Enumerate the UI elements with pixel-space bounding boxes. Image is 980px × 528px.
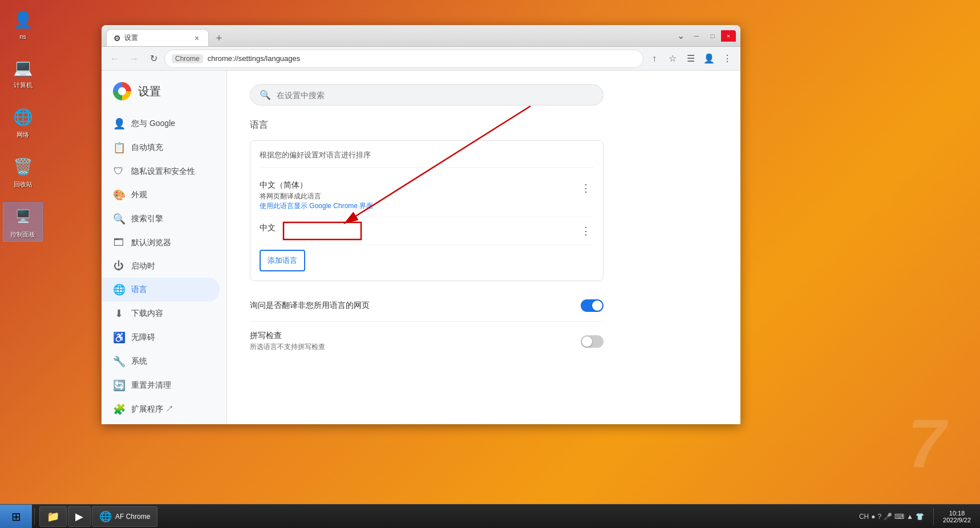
maximize-button[interactable]: □ (705, 30, 720, 42)
reload-button[interactable]: ↻ (145, 50, 162, 67)
lang-menu-button-simplified[interactable]: ⋮ (578, 180, 594, 196)
taskbar-item-explorer[interactable]: 📁 (39, 506, 67, 527)
sidebar-item-about[interactable]: ℹ 关于 Chrome (102, 421, 226, 424)
taskbar-separator (34, 508, 35, 525)
minimize-button[interactable]: ─ (689, 30, 704, 42)
taskbar-item-chrome[interactable]: 🌐 AF Chrome (92, 506, 157, 527)
new-tab-button[interactable]: + (211, 30, 227, 46)
sidebar-item-google[interactable]: 👤 您与 Google (102, 112, 226, 136)
tray-sep (933, 508, 934, 525)
desktop-icon-network[interactable]: 🌐 网络 (3, 103, 43, 141)
tab-title: 设置 (124, 33, 189, 43)
explorer-icon: 📁 (47, 510, 59, 523)
taskbar-item-media[interactable]: ▶ (68, 506, 91, 527)
sidebar-label-downloads: 下载内容 (131, 308, 163, 319)
sidebar-item-downloads[interactable]: ⬇ 下载内容 (102, 302, 226, 326)
reader-mode-button[interactable]: ☰ (682, 50, 699, 67)
bookmark-button[interactable]: ☆ (664, 50, 681, 67)
close-button[interactable]: × (721, 30, 736, 42)
clock-time: 10:18 (949, 510, 965, 517)
language-icon: 🌐 (113, 283, 124, 296)
spell-toggle[interactable] (581, 335, 604, 348)
download-icon: ⬇ (113, 307, 124, 320)
lang-info-chinese: 中文 (260, 223, 578, 234)
sidebar-item-privacy[interactable]: 🛡 隐私设置和安全性 (102, 160, 226, 183)
desktop-icon-control[interactable]: 🖥️ 控制面板 (3, 202, 43, 242)
desktop-icons: 👤 ns 💻 计算机 🌐 网络 🗑️ 回收站 🖥️ 控制面板 (0, 0, 46, 247)
title-bar: ⚙ 设置 × + ⌄ ─ □ × (102, 25, 740, 47)
share-button[interactable]: ↑ (646, 50, 663, 67)
sidebar-item-default-browser[interactable]: 🗔 默认浏览器 (102, 231, 226, 254)
desktop-icon-label-ns: ns (19, 33, 26, 40)
sidebar-label-autofill: 自动填充 (131, 143, 163, 153)
taskbar: ⊞ 📁 ▶ 🌐 AF Chrome CH ● ? 🎤 ⌨ ▲ 👕 10:18 2… (0, 504, 980, 528)
url-display: chrome://settings/languages (208, 54, 636, 63)
lang-entry-chinese: 中文 ⋮ (260, 217, 594, 245)
back-button[interactable]: ← (106, 50, 123, 67)
sidebar-item-reset[interactable]: 🔄 重置并清理 (102, 373, 226, 397)
sidebar-item-system[interactable]: 🔧 系统 (102, 350, 226, 373)
lang-hint-display: 使用此语言显示 Google Chrome 界面 (260, 201, 578, 211)
translate-setting-row: 询问是否翻译非您所用语言的网页 (250, 290, 604, 322)
nav-actions: ↑ ☆ ☰ 👤 ⋮ (646, 50, 736, 67)
navigation-bar: ← → ↻ Chrome chrome://settings/languages… (102, 47, 740, 71)
user-icon: 👤 (11, 8, 34, 31)
translate-toggle[interactable] (581, 299, 604, 312)
add-language-button[interactable]: 添加语言 (260, 250, 305, 271)
settings-search-input[interactable] (277, 91, 594, 100)
menu-button[interactable]: ⋮ (719, 50, 736, 67)
settings-sidebar: 设置 👤 您与 Google 📋 自动填充 🛡 隐私设置和安全性 🎨 外观 🔍 … (102, 71, 227, 424)
sidebar-item-language[interactable]: 🌐 语言 (102, 278, 220, 302)
chrome-logo (113, 82, 131, 100)
accessibility-icon: ♿ (113, 331, 124, 344)
reset-icon: 🔄 (113, 379, 124, 392)
settings-search-box[interactable]: 🔍 (250, 84, 604, 105)
sidebar-label-extensions: 扩展程序 ↗ (131, 404, 173, 415)
active-tab[interactable]: ⚙ 设置 × (106, 29, 209, 46)
system-icon: 🔧 (113, 355, 124, 368)
tray-arrow: ▲ (906, 513, 913, 521)
desktop-icon-computer[interactable]: 💻 计算机 (3, 54, 43, 92)
computer-icon: 💻 (11, 56, 34, 79)
window-controls: ─ □ × (689, 30, 736, 42)
desktop-icon-ns[interactable]: 👤 ns (3, 6, 43, 42)
tray-ch: CH (859, 513, 869, 521)
start-button[interactable]: ⊞ (0, 505, 32, 529)
sidebar-item-autofill[interactable]: 📋 自动填充 (102, 136, 226, 160)
person-icon: 👤 (113, 117, 124, 130)
sidebar-header: 设置 (102, 82, 226, 112)
sidebar-item-search[interactable]: 🔍 搜索引擎 (102, 207, 226, 231)
tab-close-button[interactable]: × (192, 34, 201, 43)
lang-menu-button-chinese[interactable]: ⋮ (578, 223, 594, 239)
startup-icon: ⏻ (113, 260, 124, 272)
desktop-icon-label-computer: 计算机 (14, 81, 33, 90)
sidebar-item-startup[interactable]: ⏻ 启动时 (102, 254, 226, 278)
spell-sublabel: 所选语言不支持拼写检查 (250, 342, 325, 352)
taskbar-right: CH ● ? 🎤 ⌨ ▲ 👕 10:18 2022/9/22 (855, 508, 980, 525)
chrome-taskbar-icon: 🌐 (99, 510, 112, 523)
lang-hint-translate: 将网页翻译成此语言 (260, 192, 578, 201)
tray-keyboard: ⌨ (894, 513, 904, 521)
desktop-icon-label-control: 控制面板 (10, 230, 35, 239)
sidebar-label-system: 系统 (131, 356, 147, 367)
sidebar-label-google: 您与 Google (131, 119, 175, 129)
win7-watermark: 7 (908, 404, 946, 482)
tray-shirt: 👕 (916, 513, 924, 521)
desktop-icon-recycle[interactable]: 🗑️ 回收站 (3, 153, 43, 191)
shield-icon: 🛡 (113, 165, 124, 177)
chrome-taskbar-label: AF Chrome (115, 513, 150, 521)
browser-body: 设置 👤 您与 Google 📋 自动填充 🛡 隐私设置和安全性 🎨 外观 🔍 … (102, 71, 740, 424)
lang-name-simplified: 中文（简体） (260, 180, 578, 190)
address-bar[interactable]: Chrome chrome://settings/languages (164, 50, 643, 68)
sidebar-item-accessibility[interactable]: ♿ 无障碍 (102, 326, 226, 350)
media-icon: ▶ (75, 510, 83, 523)
profile-button[interactable]: 👤 (700, 50, 718, 67)
lang-info-simplified: 中文（简体） 将网页翻译成此语言 使用此语言显示 Google Chrome 界… (260, 180, 578, 211)
sidebar-item-extensions[interactable]: 🧩 扩展程序 ↗ (102, 397, 226, 421)
section-title: 语言 (250, 119, 718, 131)
forward-button[interactable]: → (125, 50, 143, 67)
sidebar-item-appearance[interactable]: 🎨 外观 (102, 183, 226, 207)
control-icon: 🖥️ (11, 205, 34, 228)
add-language-label: 添加语言 (268, 255, 297, 266)
tab-dropdown-button[interactable]: ⌄ (672, 27, 689, 44)
